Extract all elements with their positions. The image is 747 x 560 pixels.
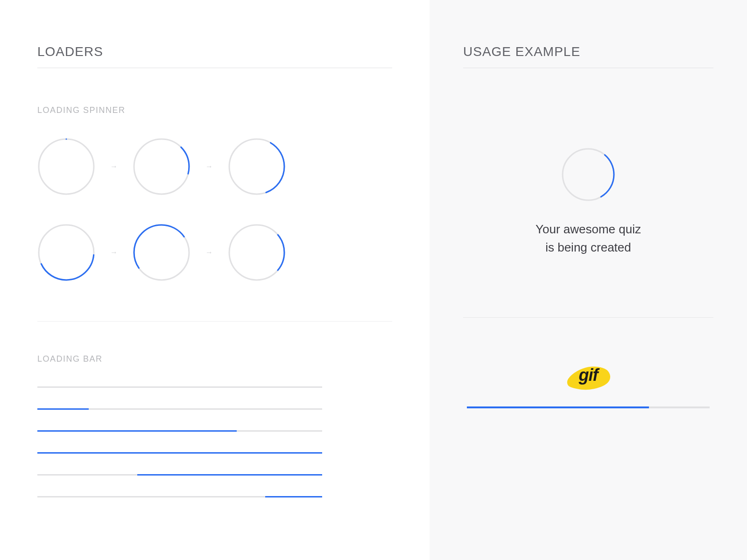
loading-bar-title: LOADING BAR	[37, 354, 392, 364]
spinner-row: → →	[37, 224, 392, 281]
arrow-right-icon: →	[204, 162, 214, 171]
example-text-line1: Your awesome quiz	[536, 222, 641, 236]
gif-example-area: gif	[463, 360, 713, 408]
loading-bar	[37, 430, 322, 432]
loading-bar	[37, 474, 322, 476]
spinner	[37, 224, 95, 281]
arrow-right-icon: →	[109, 162, 119, 171]
spinner	[133, 138, 190, 196]
spinner	[37, 138, 95, 196]
spinner-row: → →	[37, 138, 392, 196]
example-loading-bar-fill	[467, 406, 649, 408]
spinner-grid: → → → →	[37, 138, 392, 281]
loading-bar-fill	[37, 430, 237, 432]
arrow-right-icon: →	[204, 248, 214, 257]
example-spinner	[561, 147, 615, 202]
loading-bar	[37, 386, 322, 388]
svg-point-10	[229, 225, 284, 280]
example-text: Your awesome quiz is being created	[536, 220, 641, 257]
usage-example-title: USAGE EXAMPLE	[463, 44, 713, 59]
spinner	[133, 224, 190, 281]
loading-bar	[37, 452, 322, 454]
loading-bar-fill	[265, 496, 322, 497]
loading-bar-fill	[137, 474, 323, 476]
divider	[463, 317, 713, 318]
loading-bar	[37, 408, 322, 410]
loading-bar	[37, 496, 322, 497]
gif-label: gif	[579, 365, 598, 385]
example-spinner-area: Your awesome quiz is being created	[463, 105, 713, 257]
gif-badge: gif	[563, 360, 614, 392]
svg-point-0	[39, 139, 94, 194]
loading-bar-fill	[37, 452, 322, 454]
loading-spinner-title: LOADING SPINNER	[37, 105, 392, 115]
divider	[463, 68, 713, 68]
loaders-title: LOADERS	[37, 44, 392, 59]
example-text-line2: is being created	[545, 240, 631, 254]
bars-container	[37, 386, 392, 497]
loading-bar-fill	[37, 408, 89, 410]
thin-divider	[37, 321, 392, 322]
arrow-right-icon: →	[109, 248, 119, 257]
spinner	[228, 224, 286, 281]
example-loading-bar	[467, 406, 710, 408]
spinner	[228, 138, 286, 196]
divider	[37, 68, 392, 68]
